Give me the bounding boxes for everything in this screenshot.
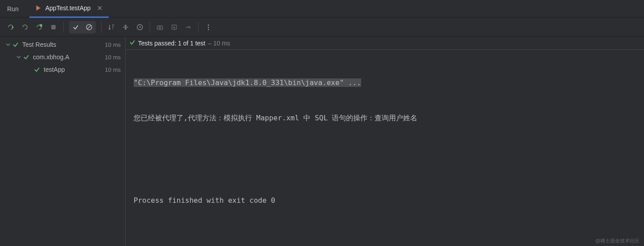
svg-point-6 [159, 27, 161, 29]
tree-row-test[interactable]: testApp 10 ms [0, 63, 125, 76]
main-content: Test Results 10 ms com.xbhog.A 10 ms tes… [0, 37, 644, 246]
gauge-button[interactable] [182, 21, 195, 33]
console-line: Process finished with exit code 0 [134, 195, 636, 206]
run-label: Run [7, 5, 19, 12]
sort-button[interactable] [105, 21, 118, 33]
console-line: 您已经被代理了,代理方法：模拟执行 Mapper.xml 中 SQL 语句的操作… [134, 112, 636, 124]
rerun-failed-button[interactable] [33, 21, 45, 33]
status-text: Tests passed: 1 of 1 test [138, 40, 205, 47]
svg-rect-5 [157, 26, 163, 29]
show-ignored-button[interactable] [82, 21, 96, 33]
console-output[interactable]: "C:\Program Files\Java\jdk1.8.0_331\bin\… [126, 50, 644, 246]
console-line: "C:\Program Files\Java\jdk1.8.0_331\bin\… [134, 78, 361, 87]
chevron-down-icon [15, 55, 22, 59]
run-panel-header: Run AppTest.testApp [0, 0, 644, 18]
check-icon [22, 54, 30, 60]
tree-time: 10 ms [105, 54, 121, 61]
output-panel: Tests passed: 1 of 1 test – 10 ms "C:\Pr… [126, 37, 644, 246]
svg-line-3 [87, 25, 91, 29]
svg-rect-1 [51, 25, 56, 29]
toolbar-separator [198, 22, 199, 33]
tree-time: 10 ms [105, 66, 121, 73]
tree-row-package[interactable]: com.xbhog.A 10 ms [0, 51, 125, 63]
tree-label: testApp [44, 66, 102, 73]
toolbar [0, 18, 644, 37]
more-options-button[interactable] [202, 21, 215, 33]
rerun-button[interactable] [4, 21, 17, 33]
watermark: @稀土掘金技术社区 [595, 238, 640, 244]
svg-point-10 [208, 26, 209, 28]
toolbar-separator [150, 22, 150, 33]
svg-point-11 [208, 29, 209, 30]
history-button[interactable] [134, 21, 146, 33]
test-run-icon [35, 4, 42, 12]
screenshot-button[interactable] [154, 21, 166, 33]
check-icon [129, 39, 135, 47]
import-button[interactable] [168, 21, 180, 33]
test-status-bar: Tests passed: 1 of 1 test – 10 ms [126, 37, 644, 50]
stop-button[interactable] [47, 21, 60, 33]
chevron-down-icon [4, 42, 12, 47]
tab-apptest[interactable]: AppTest.testApp [29, 0, 109, 18]
tree-label: com.xbhog.A [33, 53, 102, 61]
show-passed-button[interactable] [69, 21, 82, 33]
svg-point-9 [208, 24, 209, 25]
close-icon[interactable] [96, 4, 103, 12]
rerun-modified-button[interactable] [19, 21, 31, 33]
expand-button[interactable] [119, 21, 132, 33]
check-icon [33, 66, 41, 73]
toolbar-separator [63, 22, 64, 33]
tree-time: 10 ms [105, 41, 121, 48]
test-tree-panel: Test Results 10 ms com.xbhog.A 10 ms tes… [0, 37, 126, 246]
svg-point-0 [40, 24, 42, 27]
toolbar-separator [101, 22, 102, 33]
tree-row-results[interactable]: Test Results 10 ms [0, 38, 125, 51]
tab-label: AppTest.testApp [45, 4, 91, 12]
status-time: – 10 ms [208, 40, 230, 47]
check-icon [12, 41, 20, 48]
tree-label: Test Results [22, 41, 102, 48]
